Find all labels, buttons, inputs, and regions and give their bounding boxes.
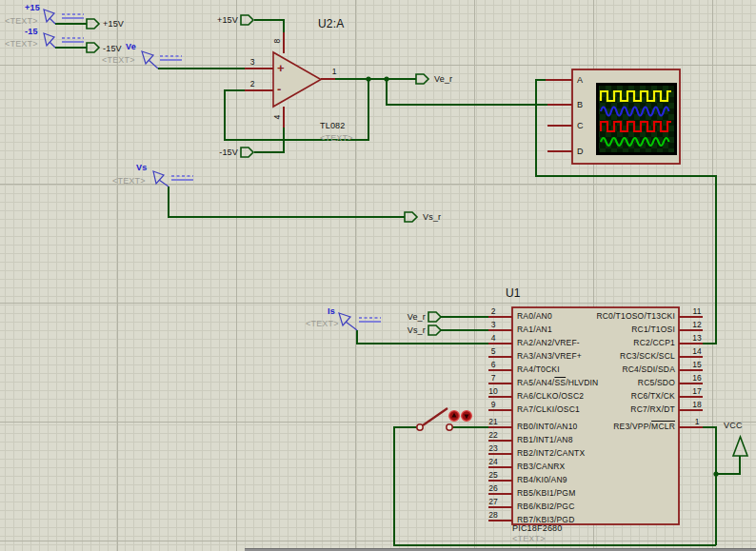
generator-vs-label: Vs: [136, 163, 147, 172]
pin-number: 22: [481, 430, 506, 440]
wire-mclr-down[interactable]: [703, 427, 716, 545]
pin-number: 26: [481, 483, 506, 493]
opamp-plus-sign: +: [277, 63, 285, 74]
opamp-pin3-number: 3: [240, 57, 265, 67]
generator-ve-label: Ve: [126, 42, 136, 51]
terminal-vcc-power[interactable]: [733, 437, 747, 456]
generator-p15-label: +15: [25, 3, 40, 12]
terminal-vsr-out-label: Vs_r: [423, 212, 441, 222]
pin-number: 9: [481, 400, 506, 409]
pin-name: RC0/T1OSO/T13CKI: [538, 311, 675, 322]
terminal-m15v-src[interactable]: [87, 43, 99, 52]
scope-channel-d-label: D: [577, 147, 584, 156]
switch-contact-right: [447, 424, 452, 430]
terminal-vcc-label: VCC: [724, 421, 743, 430]
pin-name: RC7/RX/DT: [538, 404, 675, 415]
pin-number: 6: [481, 360, 506, 369]
pin-name: RB6/KBI2/PGC: [517, 502, 575, 512]
terminal-ver-in[interactable]: [428, 312, 441, 322]
wire-vcc-branch[interactable]: [716, 456, 740, 474]
switch-lever[interactable]: [423, 408, 448, 425]
pin-number: 17: [685, 386, 709, 396]
wiring-layer: [0, 0, 756, 551]
pin-number: 23: [481, 443, 506, 453]
generator-p15-symbol[interactable]: [44, 10, 84, 24]
pin-number: 25: [481, 470, 506, 480]
pin-number: 13: [685, 333, 709, 343]
pin-number: 2: [481, 306, 506, 316]
pin-number: 28: [481, 510, 506, 520]
switch-contact-left: [417, 424, 423, 430]
terminal-p15v-src-label: +15V: [103, 19, 124, 29]
junction-dot: [366, 76, 370, 81]
scope-channel-a-label: A: [577, 75, 583, 85]
pin-name: RC3/SCK/SCL: [538, 351, 675, 362]
pin-number: 11: [685, 306, 709, 316]
terminal-m15v-src-label: -15V: [103, 44, 122, 53]
pin-number: 18: [685, 400, 709, 409]
schematic-canvas[interactable]: +15 <TEXT> +15V -15 <TEXT> -15V Ve <TEXT…: [0, 0, 756, 551]
pin-number: 14: [685, 346, 709, 356]
scope-channel-c-label: C: [577, 121, 584, 130]
pin-number: 24: [481, 457, 506, 466]
generator-vs-placeholder: <TEXT>: [112, 176, 146, 186]
opamp-pin2-number: 2: [240, 79, 265, 89]
opamp-minus-sign: -: [277, 84, 281, 95]
pin-number: 16: [685, 373, 709, 383]
generator-is-symbol[interactable]: [339, 313, 381, 330]
mcu-ref[interactable]: U1: [506, 288, 521, 298]
pin-number: 5: [481, 346, 506, 356]
terminal-ver-out-label: Ve_r: [434, 74, 452, 84]
pin-number: 12: [685, 320, 709, 329]
pin-name: RB1/INT1/AN8: [517, 435, 573, 445]
terminal-ver-out[interactable]: [416, 74, 428, 84]
terminal-p15v-opamp[interactable]: [241, 15, 253, 25]
pin-name: RB5/KBI1/PGM: [517, 488, 575, 499]
pin-name: RC1/T1OSI: [538, 325, 675, 335]
opamp-part[interactable]: TL082: [320, 121, 346, 130]
generator-vs-symbol[interactable]: [153, 171, 193, 187]
terminal-m15v-opamp-label: -15V: [200, 148, 238, 157]
junction-dot: [713, 471, 718, 476]
pin-number: 1: [685, 417, 709, 426]
generator-is-placeholder: <TEXT>: [306, 319, 339, 328]
terminal-vsr-in[interactable]: [428, 325, 441, 335]
terminal-m15v-opamp[interactable]: [241, 148, 253, 157]
pin-name: RC5/SDO: [538, 378, 675, 388]
pin-number: 3: [481, 320, 506, 329]
pin-name: RB2/INT2/CANTX: [517, 448, 585, 459]
pin-name: RB7/KBI3/PGD: [517, 515, 575, 525]
generator-is-label: Is: [328, 306, 335, 316]
pin-name: RC2/CCP1: [538, 338, 675, 348]
pin-name: RC6/TX/CK: [538, 391, 675, 402]
generator-m15-label: -15: [25, 27, 38, 36]
terminal-vsr-out[interactable]: [405, 212, 417, 222]
pin-name: RB4/KI0/AN9: [517, 475, 567, 485]
junction-dot: [384, 76, 388, 81]
pin-name: RE3/VPP/MCLR: [538, 422, 675, 432]
opamp-placeholder: <TEXT>: [320, 133, 353, 143]
pin-number: 4: [481, 333, 506, 343]
generator-p15-placeholder: <TEXT>: [5, 16, 38, 26]
pin-number: 15: [685, 360, 709, 369]
pin-name: RC4/SDI/SDA: [538, 364, 675, 375]
scope-channel-b-label: B: [577, 100, 583, 109]
opamp-pin8-number: 8: [272, 29, 282, 53]
pin-number: 7: [481, 373, 506, 383]
generator-ve-placeholder: <TEXT>: [102, 55, 135, 65]
pin-name-part: RE3/VPP/: [613, 422, 651, 431]
generator-m15-placeholder: <TEXT>: [5, 39, 38, 49]
generator-ve-symbol[interactable]: [142, 51, 182, 69]
terminal-ver-in-label: Ve_r: [388, 312, 426, 322]
oscilloscope[interactable]: [546, 69, 680, 164]
terminal-p15v-src[interactable]: [87, 19, 99, 29]
wire-output-to-scope-b[interactable]: [387, 79, 547, 105]
pin-name: RB3/CANRX: [517, 462, 565, 472]
opamp-pin4-number: 4: [272, 105, 282, 129]
generator-m15-symbol[interactable]: [44, 33, 84, 48]
pin-number: 21: [481, 417, 506, 426]
terminal-p15v-opamp-label: +15V: [200, 15, 238, 25]
opamp-pin1-number: 1: [322, 67, 347, 76]
opamp-ref[interactable]: U2:A: [318, 19, 344, 29]
wire-vs-to-vsr[interactable]: [169, 187, 405, 217]
